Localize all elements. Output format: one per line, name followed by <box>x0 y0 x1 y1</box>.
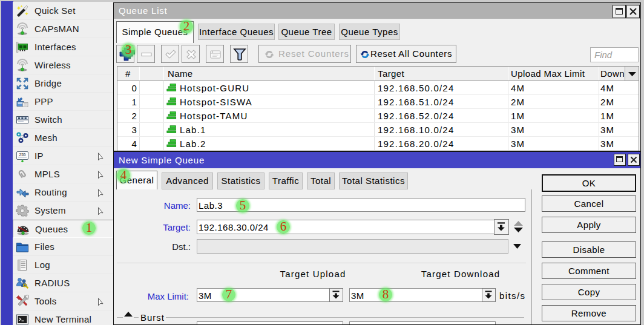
svg-text:255: 255 <box>19 153 26 157</box>
